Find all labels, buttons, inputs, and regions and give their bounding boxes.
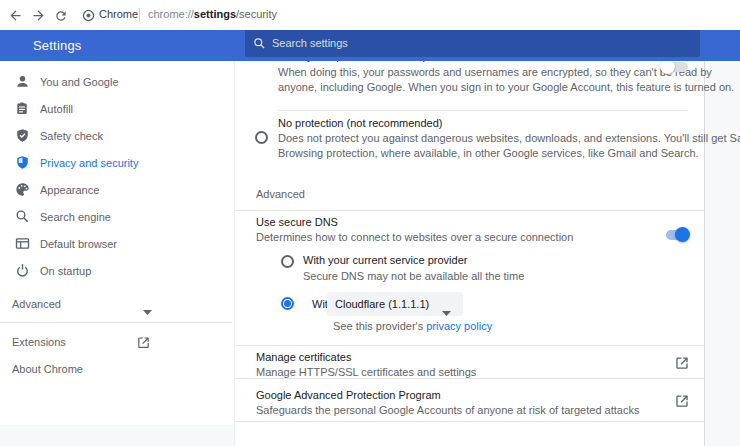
- sidebar-item-about-chrome[interactable]: About Chrome: [0, 355, 234, 382]
- advanced-protection-subtitle: Safeguards the personal Google Accounts …: [256, 404, 639, 416]
- privacy-policy-note: See this provider's privacy policy: [333, 320, 492, 332]
- about-chrome-label: About Chrome: [12, 363, 83, 375]
- site-label: Chrome: [99, 8, 138, 20]
- safety-check-icon: [14, 128, 30, 144]
- reload-icon[interactable]: [52, 7, 69, 24]
- section-divider: [235, 210, 704, 211]
- sidebar-item-extensions[interactable]: Extensions: [0, 328, 234, 355]
- secure-dns-toggle-knob[interactable]: [675, 227, 690, 242]
- sidebar-item-label: On startup: [40, 265, 91, 277]
- dns-provider-current-desc: Secure DNS may not be available all the …: [303, 270, 524, 282]
- dns-provider-custom-radio[interactable]: [281, 297, 294, 310]
- sidebar-item-default-browser[interactable]: Default browser: [0, 230, 234, 257]
- sidebar-item-label: Appearance: [40, 184, 99, 196]
- autofill-icon: [14, 101, 30, 117]
- manage-certificates-subtitle: Manage HTTPS/SSL certificates and settin…: [256, 366, 476, 378]
- row-divider: [278, 110, 688, 111]
- row-divider: [235, 345, 704, 346]
- forward-arrow-icon[interactable]: [30, 7, 47, 24]
- chevron-down-icon: [143, 301, 152, 319]
- manage-certificates-title: Manage certificates: [256, 351, 351, 363]
- sidebar-item-label: Search engine: [40, 211, 111, 223]
- sidebar-item-safety-check[interactable]: Safety check: [0, 122, 234, 149]
- sidebar-item-on-startup[interactable]: On startup: [0, 257, 234, 284]
- password-breach-desc-line2: anyone, including Google. When you sign …: [278, 81, 734, 93]
- privacy-policy-link[interactable]: privacy policy: [426, 320, 492, 332]
- back-arrow-icon[interactable]: [7, 7, 24, 24]
- external-link-icon[interactable]: [675, 356, 689, 374]
- password-breach-toggle-knob[interactable]: [660, 59, 675, 74]
- no-protection-title: No protection (not recommended): [278, 117, 442, 129]
- privacy-note-prefix: See this provider's: [333, 320, 426, 332]
- sidebar-item-label: You and Google: [40, 76, 119, 88]
- external-link-icon[interactable]: [675, 394, 689, 412]
- extensions-label: Extensions: [12, 336, 66, 348]
- external-link-icon: [137, 335, 150, 353]
- sidebar-advanced-toggle[interactable]: Advanced: [0, 290, 234, 317]
- person-icon: [14, 74, 30, 90]
- url-scheme: chrome://: [148, 8, 194, 20]
- sidebar-item-label: Safety check: [40, 130, 103, 142]
- browser-toolbar: Chrome chrome://settings/security: [0, 0, 740, 30]
- secure-dns-subtitle: Determines how to connect to websites ov…: [256, 231, 573, 243]
- sidebar-item-label: Autofill: [40, 103, 73, 115]
- search-engine-icon: [14, 209, 30, 225]
- sidebar-item-privacy-and-security[interactable]: Privacy and security: [0, 149, 234, 176]
- no-protection-desc-line1: Does not protect you against dangerous w…: [278, 132, 740, 144]
- advanced-label: Advanced: [12, 298, 61, 310]
- search-placeholder: Search settings: [272, 37, 348, 49]
- power-icon: [14, 263, 30, 279]
- page-title: Settings: [33, 38, 82, 53]
- no-protection-radio[interactable]: [255, 131, 268, 144]
- chrome-favicon: [81, 8, 95, 22]
- sidebar-item-autofill[interactable]: Autofill: [0, 95, 234, 122]
- sidebar-divider: [0, 322, 232, 323]
- row-divider: [235, 378, 704, 379]
- no-protection-desc-line2: Browsing protection, where available, in…: [278, 147, 699, 159]
- dns-provider-current-radio[interactable]: [281, 255, 294, 268]
- dns-provider-select[interactable]: Cloudflare (1.1.1.1): [327, 292, 463, 316]
- url-host: settings: [194, 8, 236, 20]
- dropdown-caret-icon: [442, 302, 451, 320]
- url-separator: [139, 8, 140, 22]
- sidebar-item-label: Privacy and security: [40, 157, 138, 169]
- browser-window-icon: [14, 236, 30, 252]
- sidebar-item-you-and-google[interactable]: You and Google: [0, 68, 234, 95]
- url-path: /security: [236, 8, 277, 20]
- dns-provider-selected-value: Cloudflare (1.1.1.1): [335, 298, 429, 310]
- password-breach-desc-line1: When doing this, your passwords and user…: [278, 66, 712, 78]
- chrome-settings-security-page: Chrome chrome://settings/security Settin…: [0, 0, 740, 446]
- address-url[interactable]: chrome://settings/security: [148, 8, 277, 20]
- search-icon: [252, 36, 267, 51]
- privacy-shield-icon: [14, 155, 30, 171]
- sidebar-item-label: Default browser: [40, 238, 117, 250]
- secure-dns-title: Use secure DNS: [256, 216, 338, 228]
- sidebar-item-search-engine[interactable]: Search engine: [0, 203, 234, 230]
- sidebar-item-appearance[interactable]: Appearance: [0, 176, 234, 203]
- palette-icon: [14, 182, 30, 198]
- advanced-protection-title: Google Advanced Protection Program: [256, 389, 441, 401]
- advanced-section-label: Advanced: [256, 188, 305, 200]
- row-divider: [235, 421, 704, 422]
- dns-provider-current-label: With your current service provider: [303, 254, 467, 266]
